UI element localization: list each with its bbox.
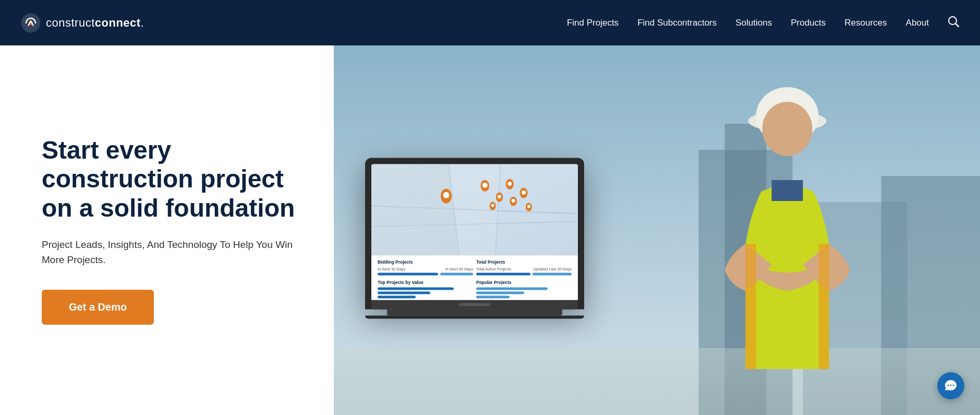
top-projects-title: Top Projects by Value bbox=[378, 280, 473, 285]
top-projects-section: Top Projects by Value bbox=[378, 280, 473, 300]
svg-point-23 bbox=[948, 385, 949, 386]
laptop-camera-notch bbox=[459, 303, 490, 306]
laptop-mockup: Bidding Projects In Next 30 Days In Next… bbox=[365, 158, 584, 318]
svg-rect-13 bbox=[772, 180, 803, 201]
logo-trademark: . bbox=[141, 16, 144, 29]
svg-point-22 bbox=[527, 205, 530, 208]
bidding-bar-1 bbox=[378, 272, 438, 275]
chat-support-button[interactable] bbox=[937, 372, 964, 399]
svg-point-16 bbox=[482, 183, 488, 188]
total-projects-section: Total Projects Total Active Projects Upd… bbox=[476, 259, 572, 277]
bidding-row-1: In Next 30 Days In Next 90 Days bbox=[378, 267, 473, 271]
svg-point-19 bbox=[498, 195, 501, 198]
map-svg bbox=[371, 164, 578, 255]
hero-section: Start every construction project on a so… bbox=[0, 45, 980, 415]
nav-item-about[interactable]: About bbox=[906, 18, 929, 28]
svg-point-21 bbox=[491, 204, 494, 207]
total-bar-1 bbox=[476, 272, 530, 275]
svg-point-25 bbox=[953, 385, 954, 386]
svg-line-3 bbox=[955, 23, 959, 27]
chat-icon bbox=[944, 379, 958, 393]
svg-point-18 bbox=[522, 191, 526, 195]
hero-subtext: Project Leads, Insights, And Technology … bbox=[42, 237, 303, 268]
svg-point-17 bbox=[507, 182, 512, 186]
map-display bbox=[371, 164, 578, 255]
laptop-screen: Bidding Projects In Next 30 Days In Next… bbox=[371, 164, 578, 300]
nav-links: Find Projects Find Subcontractors Soluti… bbox=[567, 16, 959, 30]
svg-point-20 bbox=[512, 199, 515, 203]
total-row-1: Total Active Projects Updated Last 30 Da… bbox=[476, 267, 572, 271]
popular-projects-title: Popular Projects bbox=[476, 280, 572, 285]
logo-icon bbox=[21, 13, 41, 33]
bidding-projects-section: Bidding Projects In Next 30 Days In Next… bbox=[378, 259, 473, 277]
nav-item-find-projects[interactable]: Find Projects bbox=[567, 18, 619, 28]
navbar: constructconnect. Find Projects Find Sub… bbox=[0, 0, 980, 45]
nav-item-products[interactable]: Products bbox=[791, 18, 826, 28]
laptop-screen-frame: Bidding Projects In Next 30 Days In Next… bbox=[365, 158, 584, 309]
hero-content: Start every construction project on a so… bbox=[0, 104, 334, 355]
logo[interactable]: constructconnect. bbox=[21, 13, 144, 33]
bidding-bar-2 bbox=[440, 272, 473, 275]
total-projects-title: Total Projects bbox=[476, 259, 572, 265]
nav-item-resources[interactable]: Resources bbox=[844, 18, 887, 28]
search-button[interactable] bbox=[948, 16, 959, 30]
laptop-stand bbox=[387, 309, 562, 315]
logo-text-light: construct bbox=[46, 16, 95, 29]
svg-rect-9 bbox=[334, 348, 980, 415]
total-bar-2 bbox=[533, 272, 572, 275]
nav-item-find-subcontractors[interactable]: Find Subcontractors bbox=[637, 18, 717, 28]
hero-headline: Start every construction project on a so… bbox=[42, 136, 303, 222]
logo-text-bold: connect bbox=[95, 16, 141, 29]
bidding-projects-title: Bidding Projects bbox=[378, 259, 473, 265]
dashboard-stats: Bidding Projects In Next 30 Days In Next… bbox=[371, 255, 578, 300]
popular-projects-section: Popular Projects bbox=[476, 280, 572, 300]
search-icon[interactable] bbox=[948, 18, 959, 29]
svg-point-24 bbox=[950, 385, 952, 386]
nav-item-solutions[interactable]: Solutions bbox=[735, 18, 772, 28]
hero-visual: Bidding Projects In Next 30 Days In Next… bbox=[334, 45, 980, 415]
svg-point-12 bbox=[763, 102, 813, 156]
laptop-base bbox=[371, 300, 578, 309]
laptop-foot bbox=[365, 315, 584, 318]
svg-point-15 bbox=[443, 192, 450, 198]
get-demo-button[interactable]: Get a Demo bbox=[42, 290, 154, 325]
